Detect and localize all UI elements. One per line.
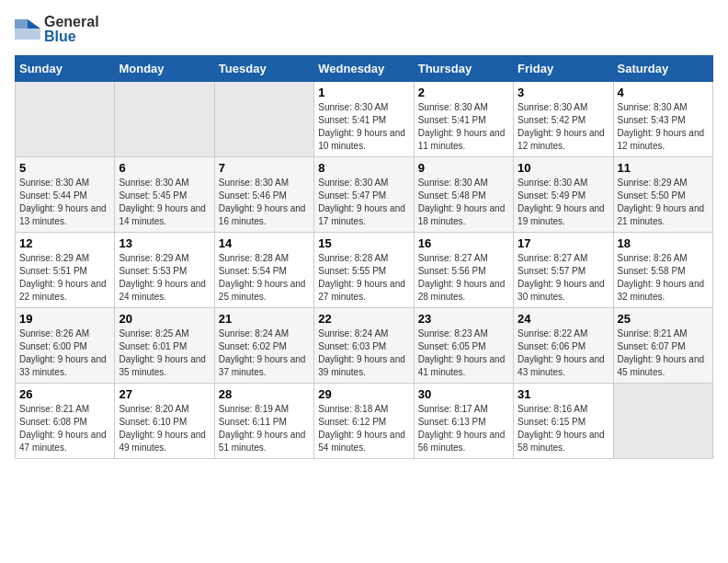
day-number: 6 (119, 161, 210, 175)
day-info: Sunrise: 8:18 AM Sunset: 6:12 PM Dayligh… (318, 403, 409, 454)
calendar-cell: 19Sunrise: 8:26 AM Sunset: 6:00 PM Dayli… (16, 308, 115, 384)
calendar-cell: 16Sunrise: 8:27 AM Sunset: 5:56 PM Dayli… (414, 233, 513, 308)
header-friday: Friday (514, 56, 613, 82)
day-number: 16 (418, 236, 509, 250)
day-info: Sunrise: 8:19 AM Sunset: 6:11 PM Dayligh… (219, 403, 310, 454)
calendar-table: SundayMondayTuesdayWednesdayThursdayFrid… (15, 55, 713, 459)
day-info: Sunrise: 8:23 AM Sunset: 6:05 PM Dayligh… (418, 327, 509, 379)
svg-marker-1 (15, 29, 40, 40)
calendar-cell: 4Sunrise: 8:30 AM Sunset: 5:43 PM Daylig… (613, 82, 712, 157)
day-number: 19 (19, 312, 110, 326)
day-number: 7 (219, 161, 310, 175)
header-wednesday: Wednesday (314, 56, 414, 82)
day-info: Sunrise: 8:28 AM Sunset: 5:54 PM Dayligh… (219, 252, 310, 304)
day-number: 27 (119, 387, 210, 401)
calendar-cell (16, 82, 115, 157)
day-number: 5 (19, 161, 110, 175)
day-info: Sunrise: 8:30 AM Sunset: 5:44 PM Dayligh… (19, 177, 110, 228)
calendar-cell: 26Sunrise: 8:21 AM Sunset: 6:08 PM Dayli… (16, 384, 115, 459)
calendar-cell: 3Sunrise: 8:30 AM Sunset: 5:42 PM Daylig… (514, 82, 613, 157)
day-info: Sunrise: 8:27 AM Sunset: 5:56 PM Dayligh… (418, 252, 509, 304)
calendar-cell: 17Sunrise: 8:27 AM Sunset: 5:57 PM Dayli… (514, 233, 613, 308)
day-info: Sunrise: 8:30 AM Sunset: 5:47 PM Dayligh… (318, 177, 409, 228)
day-info: Sunrise: 8:27 AM Sunset: 5:57 PM Dayligh… (518, 252, 609, 304)
header-tuesday: Tuesday (214, 56, 313, 82)
calendar-cell: 6Sunrise: 8:30 AM Sunset: 5:45 PM Daylig… (115, 157, 214, 233)
day-number: 8 (318, 161, 409, 175)
calendar-cell: 21Sunrise: 8:24 AM Sunset: 6:02 PM Dayli… (214, 308, 313, 384)
day-number: 21 (219, 312, 310, 326)
calendar-cell: 12Sunrise: 8:29 AM Sunset: 5:51 PM Dayli… (16, 233, 115, 308)
day-info: Sunrise: 8:30 AM Sunset: 5:45 PM Dayligh… (119, 177, 210, 228)
calendar-cell (613, 384, 712, 459)
day-info: Sunrise: 8:24 AM Sunset: 6:02 PM Dayligh… (219, 327, 310, 379)
day-info: Sunrise: 8:26 AM Sunset: 5:58 PM Dayligh… (618, 252, 709, 304)
calendar-week-row: 12Sunrise: 8:29 AM Sunset: 5:51 PM Dayli… (16, 233, 713, 308)
day-info: Sunrise: 8:30 AM Sunset: 5:49 PM Dayligh… (518, 177, 609, 228)
day-info: Sunrise: 8:21 AM Sunset: 6:08 PM Dayligh… (19, 403, 110, 454)
calendar-cell: 20Sunrise: 8:25 AM Sunset: 6:01 PM Dayli… (115, 308, 214, 384)
day-number: 28 (219, 387, 310, 401)
day-number: 25 (618, 312, 709, 326)
logo-general-text: General (44, 14, 99, 29)
calendar-cell: 7Sunrise: 8:30 AM Sunset: 5:46 PM Daylig… (214, 157, 313, 233)
day-info: Sunrise: 8:20 AM Sunset: 6:10 PM Dayligh… (119, 403, 210, 454)
calendar-week-row: 19Sunrise: 8:26 AM Sunset: 6:00 PM Dayli… (16, 308, 713, 384)
calendar-cell: 24Sunrise: 8:22 AM Sunset: 6:06 PM Dayli… (514, 308, 613, 384)
svg-marker-0 (28, 19, 40, 29)
calendar-cell: 18Sunrise: 8:26 AM Sunset: 5:58 PM Dayli… (613, 233, 712, 308)
logo: General Blue (15, 15, 99, 44)
day-number: 11 (618, 161, 709, 175)
calendar-cell: 31Sunrise: 8:16 AM Sunset: 6:15 PM Dayli… (514, 384, 613, 459)
day-info: Sunrise: 8:30 AM Sunset: 5:41 PM Dayligh… (318, 101, 409, 153)
calendar-cell (214, 82, 313, 157)
calendar-cell: 28Sunrise: 8:19 AM Sunset: 6:11 PM Dayli… (214, 384, 313, 459)
calendar-cell: 10Sunrise: 8:30 AM Sunset: 5:49 PM Dayli… (514, 157, 613, 233)
day-number: 3 (518, 86, 609, 99)
day-number: 29 (318, 387, 409, 401)
header-monday: Monday (115, 56, 214, 82)
header-thursday: Thursday (414, 56, 513, 82)
calendar-cell: 1Sunrise: 8:30 AM Sunset: 5:41 PM Daylig… (314, 82, 414, 157)
calendar-cell: 8Sunrise: 8:30 AM Sunset: 5:47 PM Daylig… (314, 157, 414, 233)
calendar-cell: 14Sunrise: 8:28 AM Sunset: 5:54 PM Dayli… (214, 233, 313, 308)
calendar-cell: 23Sunrise: 8:23 AM Sunset: 6:05 PM Dayli… (414, 308, 513, 384)
day-info: Sunrise: 8:26 AM Sunset: 6:00 PM Dayligh… (19, 327, 110, 379)
day-info: Sunrise: 8:29 AM Sunset: 5:50 PM Dayligh… (618, 177, 709, 228)
calendar-cell: 2Sunrise: 8:30 AM Sunset: 5:41 PM Daylig… (414, 82, 513, 157)
day-number: 9 (418, 161, 509, 175)
day-info: Sunrise: 8:30 AM Sunset: 5:46 PM Dayligh… (219, 177, 310, 228)
calendar-cell: 13Sunrise: 8:29 AM Sunset: 5:53 PM Dayli… (115, 233, 214, 308)
day-info: Sunrise: 8:25 AM Sunset: 6:01 PM Dayligh… (119, 327, 210, 379)
header-sunday: Sunday (16, 56, 115, 82)
calendar-cell: 9Sunrise: 8:30 AM Sunset: 5:48 PM Daylig… (414, 157, 513, 233)
day-info: Sunrise: 8:24 AM Sunset: 6:03 PM Dayligh… (318, 327, 409, 379)
day-info: Sunrise: 8:29 AM Sunset: 5:53 PM Dayligh… (119, 252, 210, 304)
calendar-cell: 5Sunrise: 8:30 AM Sunset: 5:44 PM Daylig… (16, 157, 115, 233)
calendar-header-row: SundayMondayTuesdayWednesdayThursdayFrid… (16, 56, 713, 82)
day-number: 2 (418, 86, 509, 99)
day-number: 30 (418, 387, 509, 401)
day-info: Sunrise: 8:22 AM Sunset: 6:06 PM Dayligh… (518, 327, 609, 379)
day-info: Sunrise: 8:30 AM Sunset: 5:48 PM Dayligh… (418, 177, 509, 228)
calendar-week-row: 26Sunrise: 8:21 AM Sunset: 6:08 PM Dayli… (16, 384, 713, 459)
day-number: 4 (618, 86, 709, 99)
calendar-cell (115, 82, 214, 157)
calendar-cell: 15Sunrise: 8:28 AM Sunset: 5:55 PM Dayli… (314, 233, 414, 308)
day-number: 20 (119, 312, 210, 326)
svg-marker-2 (15, 19, 28, 29)
day-number: 31 (518, 387, 609, 401)
calendar-cell: 29Sunrise: 8:18 AM Sunset: 6:12 PM Dayli… (314, 384, 414, 459)
day-number: 17 (518, 236, 609, 250)
day-number: 24 (518, 312, 609, 326)
logo-icon (15, 19, 40, 40)
day-info: Sunrise: 8:30 AM Sunset: 5:42 PM Dayligh… (518, 101, 609, 153)
page-header: General Blue (15, 15, 713, 44)
calendar-cell: 30Sunrise: 8:17 AM Sunset: 6:13 PM Dayli… (414, 384, 513, 459)
day-info: Sunrise: 8:21 AM Sunset: 6:07 PM Dayligh… (618, 327, 709, 379)
day-number: 12 (19, 236, 110, 250)
day-info: Sunrise: 8:17 AM Sunset: 6:13 PM Dayligh… (418, 403, 509, 454)
day-number: 18 (618, 236, 709, 250)
day-info: Sunrise: 8:30 AM Sunset: 5:41 PM Dayligh… (418, 101, 509, 153)
day-number: 10 (518, 161, 609, 175)
